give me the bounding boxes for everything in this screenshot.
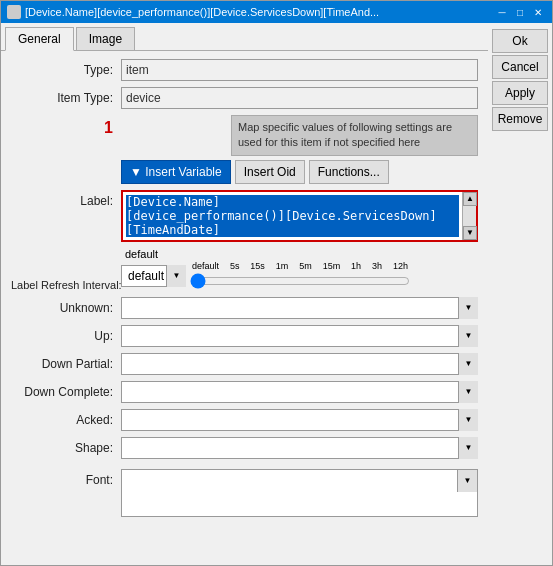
label-line-1: [Device.Name] (126, 195, 459, 209)
down-complete-row: Down Complete: ▼ (11, 381, 478, 403)
maximize-button[interactable]: □ (512, 5, 528, 19)
ok-button[interactable]: Ok (492, 29, 548, 53)
label-display[interactable]: [Device.Name] [device_performance()][Dev… (123, 192, 462, 240)
down-complete-input[interactable] (121, 381, 478, 403)
tabs-bar: General Image (1, 23, 488, 51)
window-icon (7, 5, 21, 19)
down-partial-dropdown-arrow[interactable]: ▼ (458, 353, 478, 375)
up-input[interactable] (121, 325, 478, 347)
main-window: [Device.Name][device_performance()][Devi… (0, 0, 553, 566)
slider-tick-labels: default 5s 15s 1m 5m 15m 1h 3h 12h (190, 261, 410, 271)
tick-default: default (192, 261, 219, 271)
info-text: Map specific values of following setting… (238, 121, 452, 148)
label-textarea-wrapper: [Device.Name] [device_performance()][Dev… (121, 190, 478, 242)
shape-dropdown-arrow[interactable]: ▼ (458, 437, 478, 459)
up-dropdown-wrapper: ▼ (121, 325, 478, 347)
insert-variable-button[interactable]: ▼ Insert Variable (121, 160, 231, 184)
down-partial-row: Down Partial: ▼ (11, 353, 478, 375)
unknown-label: Unknown: (11, 301, 121, 315)
label-row: Label: [Device.Name] [device_performance… (11, 190, 478, 242)
shape-row: Shape: ▼ (11, 437, 478, 459)
font-area[interactable]: ▼ (121, 469, 478, 517)
label-line-3: [TimeAndDate] (126, 223, 459, 237)
type-input[interactable] (121, 59, 478, 81)
label-scrollbar[interactable]: ▲ ▼ (462, 192, 476, 240)
item-type-label: Item Type: (11, 91, 121, 105)
font-row: Font: ▼ (11, 469, 478, 517)
select-wrapper: default ▼ (121, 265, 186, 287)
tick-1h: 1h (351, 261, 361, 271)
info-box: Map specific values of following setting… (231, 115, 478, 156)
insert-row: ▼ Insert Variable Insert Oid Functions..… (121, 160, 478, 184)
scroll-down-arrow[interactable]: ▼ (463, 226, 477, 240)
up-dropdown-arrow[interactable]: ▼ (458, 325, 478, 347)
type-row: Type: (11, 59, 478, 81)
font-dropdown-arrow[interactable]: ▼ (457, 470, 477, 492)
functions-button[interactable]: Functions... (309, 160, 389, 184)
apply-button[interactable]: Apply (492, 81, 548, 105)
up-label: Up: (11, 329, 121, 343)
acked-dropdown-arrow[interactable]: ▼ (458, 409, 478, 431)
refresh-controls: default default ▼ default (121, 248, 410, 291)
item-type-input[interactable] (121, 87, 478, 109)
main-content: General Image Type: Item Type: (1, 23, 488, 565)
minimize-button[interactable]: ─ (494, 5, 510, 19)
down-complete-label: Down Complete: (11, 385, 121, 399)
scroll-up-arrow[interactable]: ▲ (463, 192, 477, 206)
refresh-select[interactable]: default (121, 265, 186, 287)
insert-oid-button[interactable]: Insert Oid (235, 160, 305, 184)
item-type-row: Item Type: (11, 87, 478, 109)
slider-with-labels: default 5s 15s 1m 5m 15m 1h 3h 12h (190, 261, 410, 291)
acked-label: Acked: (11, 413, 121, 427)
tick-12h: 12h (393, 261, 408, 271)
shape-label: Shape: (11, 441, 121, 455)
tab-general[interactable]: General (5, 27, 74, 51)
acked-dropdown-wrapper: ▼ (121, 409, 478, 431)
unknown-dropdown-arrow[interactable]: ▼ (458, 297, 478, 319)
cancel-button[interactable]: Cancel (492, 55, 548, 79)
unknown-dropdown-wrapper: ▼ (121, 297, 478, 319)
title-bar-controls: ─ □ ✕ (494, 5, 546, 19)
font-label: Font: (11, 469, 121, 487)
type-label: Type: (11, 63, 121, 77)
down-partial-label: Down Partial: (11, 357, 121, 371)
tab-image[interactable]: Image (76, 27, 135, 50)
info-section: 1 Map specific values of following setti… (11, 115, 478, 184)
tick-15s: 15s (250, 261, 265, 271)
label-label: Label: (11, 190, 121, 208)
remove-button[interactable]: Remove (492, 107, 548, 131)
tab-content-general: Type: Item Type: 1 Map specific values o (1, 51, 488, 565)
tick-3h: 3h (372, 261, 382, 271)
title-bar: [Device.Name][device_performance()][Devi… (1, 1, 552, 23)
refresh-interval-label: Label Refresh Interval: (11, 279, 121, 291)
tick-5s: 5s (230, 261, 240, 271)
shape-input[interactable] (121, 437, 478, 459)
acked-input[interactable] (121, 409, 478, 431)
down-partial-dropdown-wrapper: ▼ (121, 353, 478, 375)
acked-row: Acked: ▼ (11, 409, 478, 431)
unknown-row: Unknown: ▼ (11, 297, 478, 319)
tick-1m: 1m (276, 261, 289, 271)
refresh-interval-row: Label Refresh Interval: default default … (11, 248, 478, 291)
down-complete-dropdown-wrapper: ▼ (121, 381, 478, 403)
down-complete-dropdown-arrow[interactable]: ▼ (458, 381, 478, 403)
close-button[interactable]: ✕ (530, 5, 546, 19)
refresh-slider-row: default ▼ default 5s 15s 1m 5m (121, 261, 410, 291)
sidebar-buttons: Ok Cancel Apply Remove (488, 23, 552, 565)
tick-5m: 5m (299, 261, 312, 271)
default-label-above: default (125, 248, 410, 260)
up-row: Up: ▼ (11, 325, 478, 347)
unknown-input[interactable] (121, 297, 478, 319)
shape-dropdown-wrapper: ▼ (121, 437, 478, 459)
window-body: General Image Type: Item Type: (1, 23, 552, 565)
tick-15m: 15m (323, 261, 341, 271)
refresh-slider[interactable] (190, 271, 410, 291)
badge-1: 1 (104, 119, 113, 137)
window-title: [Device.Name][device_performance()][Devi… (25, 6, 494, 18)
down-partial-input[interactable] (121, 353, 478, 375)
label-line-2: [device_performance()][Device.ServicesDo… (126, 209, 459, 223)
